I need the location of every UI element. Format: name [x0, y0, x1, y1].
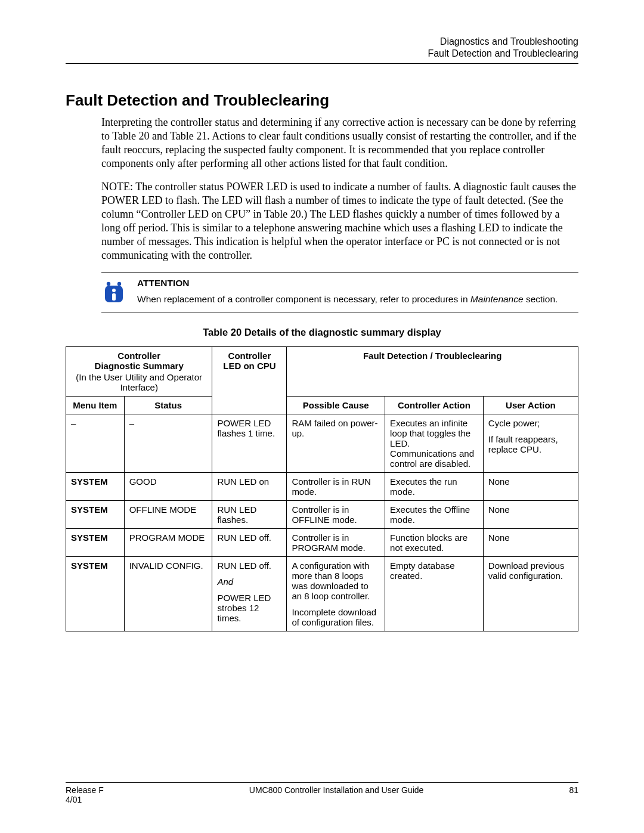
table-row: SYSTEM PROGRAM MODE RUN LED off. Control…: [66, 529, 578, 557]
th-ctrl: Controller Action: [385, 397, 484, 414]
page-footer: Release F UMC800 Controller Installation…: [66, 782, 578, 804]
header-section: Fault Detection and Troubleclearing: [66, 48, 578, 60]
th-diag-summary: Controller Diagnostic Summary (In the Us…: [66, 347, 212, 397]
th-status: Status: [124, 397, 212, 414]
th-cause: Possible Cause: [287, 397, 385, 414]
document-page: Diagnostics and Troubleshooting Fault De…: [0, 0, 644, 833]
information-icon: [101, 280, 126, 305]
section-title: Fault Detection and Troubleclearing: [66, 91, 578, 110]
footer-rule: [66, 782, 578, 783]
footer-page-number: 81: [569, 785, 578, 795]
attention-label: ATTENTION: [137, 277, 558, 290]
svg-point-3: [112, 289, 116, 292]
footer-left: Release F: [66, 785, 104, 795]
attention-body: When replacement of a controller compone…: [137, 293, 558, 306]
svg-point-0: [107, 282, 110, 286]
table-caption: Table 20 Details of the diagnostic summa…: [66, 327, 578, 338]
svg-rect-4: [112, 293, 116, 301]
th-fault-group: Fault Detection / Troubleclearing: [287, 347, 578, 397]
running-header: Diagnostics and Troubleshooting Fault De…: [66, 36, 578, 60]
table-header-row-2: Menu Item Status Possible Cause Controll…: [66, 397, 578, 414]
intro-paragraph-1: Interpreting the controller status and d…: [66, 116, 578, 171]
table-row: – – POWER LED flashes 1 time. RAM failed…: [66, 414, 578, 473]
svg-point-1: [117, 282, 121, 286]
attention-text: ATTENTION When replacement of a controll…: [137, 277, 558, 306]
table-row: SYSTEM OFFLINE MODE RUN LED flashes. Con…: [66, 501, 578, 529]
th-led: Controller LED on CPU: [212, 347, 287, 414]
table-row: SYSTEM INVALID CONFIG. RUN LED off. And …: [66, 557, 578, 631]
table-row: SYSTEM GOOD RUN LED on Controller is in …: [66, 473, 578, 501]
footer-date: 4/01: [66, 795, 578, 804]
header-chapter: Diagnostics and Troubleshooting: [66, 36, 578, 48]
header-rule: [66, 63, 578, 64]
diagnostic-table: Controller Diagnostic Summary (In the Us…: [66, 346, 578, 631]
intro-paragraph-2: NOTE: The controller status POWER LED is…: [66, 180, 578, 262]
table-header-row-1: Controller Diagnostic Summary (In the Us…: [66, 347, 578, 397]
th-user: User Action: [483, 397, 578, 414]
attention-callout: ATTENTION When replacement of a controll…: [101, 272, 578, 312]
footer-center: UMC800 Controller Installation and User …: [249, 785, 424, 795]
th-menu: Menu Item: [66, 397, 125, 414]
